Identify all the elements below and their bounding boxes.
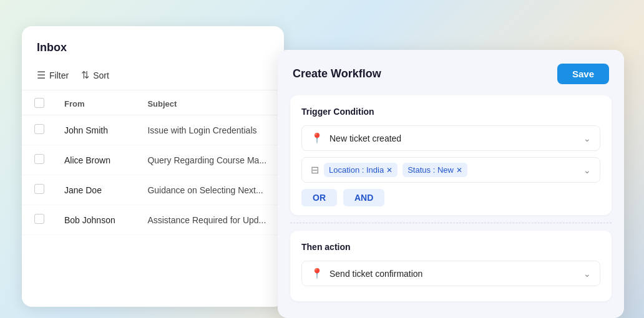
sort-icon: ⇅ (81, 69, 89, 81)
location-tag-label: Location : India (329, 165, 384, 175)
location-tag-close[interactable]: ✕ (386, 166, 393, 175)
workflow-body: Trigger Condition 📍 New ticket created ⌄… (278, 95, 624, 318)
filter-tags-row[interactable]: ⊟ Location : India ✕ Status : New ✕ ⌄ (301, 157, 600, 183)
trigger-dropdown-left: 📍 New ticket created (311, 132, 401, 144)
action-dropdown-left: 📍 Send ticket confirmation (311, 267, 422, 279)
sort-label: Sort (93, 70, 109, 80)
row-checkbox-1[interactable] (34, 154, 44, 164)
filter-tags-left: ⊟ Location : India ✕ Status : New ✕ (311, 163, 583, 177)
trigger-section: Trigger Condition 📍 New ticket created ⌄… (290, 95, 612, 215)
inbox-title: Inbox (22, 26, 284, 60)
select-all-checkbox[interactable] (34, 98, 44, 108)
save-button[interactable]: Save (557, 64, 609, 84)
location-tag[interactable]: Location : India ✕ (324, 163, 398, 177)
row-subject-2: Guidance on Selecting Next... (137, 175, 284, 205)
table-row[interactable]: Jane Doe Guidance on Selecting Next... (22, 175, 284, 205)
status-tag[interactable]: Status : New ✕ (402, 163, 467, 177)
filter-icon: ☰ (37, 69, 46, 81)
status-tag-close[interactable]: ✕ (456, 166, 462, 175)
filter-button[interactable]: ☰ Filter (37, 67, 69, 84)
action-icon: 📍 (311, 267, 323, 279)
action-chevron-icon: ⌄ (583, 269, 591, 279)
filter-chevron-icon: ⌄ (583, 165, 591, 175)
trigger-chevron-icon: ⌄ (583, 133, 591, 143)
row-checkbox-3[interactable] (34, 214, 44, 224)
table-row[interactable]: John Smith Issue with Login Credentials (22, 115, 284, 145)
inbox-toolbar: ☰ Filter ⇅ Sort (22, 60, 284, 90)
workflow-header: Create Workflow Save (278, 50, 624, 95)
and-button[interactable]: AND (343, 189, 384, 206)
from-header: From (54, 90, 137, 115)
row-from-3: Bob Johnson (54, 205, 137, 235)
row-from-1: Alice Brown (54, 145, 137, 175)
trigger-icon: 📍 (311, 132, 323, 144)
subject-header: Subject (137, 90, 284, 115)
status-tag-label: Status : New (407, 165, 454, 175)
action-value: Send ticket confirmation (329, 269, 422, 279)
filter-label: Filter (49, 70, 69, 80)
trigger-value: New ticket created (329, 133, 401, 143)
table-row[interactable]: Alice Brown Query Regarding Course Ma... (22, 145, 284, 175)
table-row[interactable]: Bob Johnson Assistance Required for Upd.… (22, 205, 284, 235)
action-section: Then action 📍 Send ticket confirmation ⌄ (290, 231, 612, 301)
row-checkbox-2[interactable] (34, 184, 44, 194)
trigger-dropdown[interactable]: 📍 New ticket created ⌄ (301, 125, 600, 151)
row-subject-1: Query Regarding Course Ma... (137, 145, 284, 175)
section-divider (290, 223, 612, 223)
action-title: Then action (301, 242, 600, 252)
action-dropdown[interactable]: 📍 Send ticket confirmation ⌄ (301, 261, 600, 286)
or-button[interactable]: OR (301, 189, 337, 206)
row-from-2: Jane Doe (54, 175, 137, 205)
trigger-title: Trigger Condition (301, 107, 600, 117)
filter-tags-icon: ⊟ (311, 164, 319, 176)
workflow-panel: Create Workflow Save Trigger Condition 📍… (278, 50, 624, 318)
row-checkbox-0[interactable] (34, 124, 44, 134)
row-subject-0: Issue with Login Credentials (137, 115, 284, 145)
inbox-table: From Subject John Smith Issue with Login… (22, 90, 284, 235)
logic-buttons: OR AND (301, 189, 600, 206)
workflow-title: Create Workflow (293, 67, 381, 80)
row-subject-3: Assistance Required for Upd... (137, 205, 284, 235)
row-from-0: John Smith (54, 115, 137, 145)
sort-button[interactable]: ⇅ Sort (81, 67, 109, 84)
inbox-panel: Inbox ☰ Filter ⇅ Sort From Subject John … (22, 26, 284, 307)
